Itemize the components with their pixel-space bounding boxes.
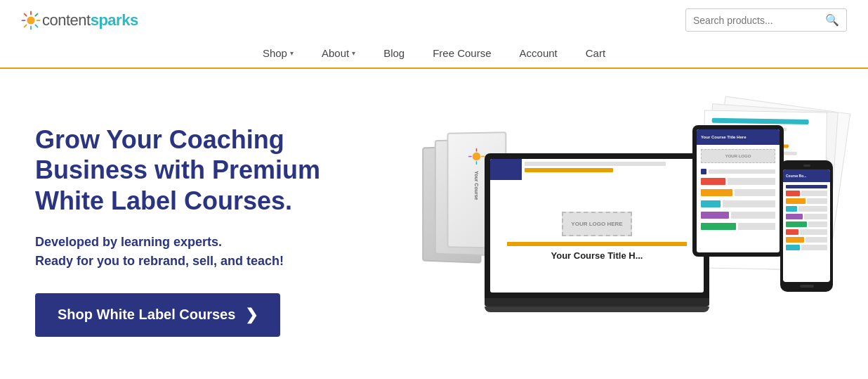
logo-text: contentsparks	[42, 11, 138, 30]
phone-screen: Course Bo...	[783, 169, 830, 282]
nav-account[interactable]: Account	[520, 47, 558, 59]
tablet-outer: Your Course Title Here YOUR LOGO	[692, 125, 784, 257]
nav-cart-label: Cart	[586, 47, 605, 59]
logo[interactable]: contentsparks	[21, 11, 138, 30]
nav-cart[interactable]: Cart	[586, 47, 605, 59]
nav-blog-label: Blog	[383, 47, 405, 59]
hero-image-area: Your Course YOUR LOGO HERE	[400, 97, 847, 364]
tablet-screen: Your Course Title Here YOUR LOGO	[697, 129, 780, 252]
header: contentsparks 🔍	[0, 0, 868, 40]
svg-line-8	[25, 25, 27, 27]
cta-arrow-icon: ❯	[245, 306, 258, 324]
nav-about-label: About	[322, 47, 349, 59]
hero-section: Grow Your Coaching Business with Premium…	[0, 69, 868, 378]
cta-label: Shop White Label Courses	[58, 307, 235, 323]
tablet-body: YOUR LOGO	[697, 145, 780, 252]
nav-shop-label: Shop	[263, 47, 287, 59]
svg-line-6	[35, 25, 37, 27]
nav-free-course[interactable]: Free Course	[433, 47, 491, 59]
tablet-mockup: Your Course Title Here YOUR LOGO	[692, 125, 784, 257]
laptop-screen-outer: YOUR LOGO HERE Your Course Title H...	[485, 153, 709, 298]
laptop-base	[485, 298, 709, 307]
nav-shop[interactable]: Shop ▾	[263, 47, 294, 59]
phone-mockup: Course Bo...	[780, 160, 833, 292]
nav-about[interactable]: About ▾	[322, 47, 355, 59]
laptop-screen: YOUR LOGO HERE Your Course Title H...	[490, 159, 704, 293]
screen-accent-bar	[507, 242, 687, 246]
main-nav: Shop ▾ About ▾ Blog Free Course Account …	[0, 40, 868, 69]
search-input[interactable]	[693, 15, 825, 26]
search-icon[interactable]: 🔍	[825, 13, 839, 27]
hero-content: Grow Your Coaching Business with Premium…	[35, 124, 400, 337]
nav-account-label: Account	[520, 47, 558, 59]
svg-line-7	[35, 13, 37, 15]
laptop-sidebar	[490, 159, 522, 180]
screen-title-text: Your Course Title H...	[551, 250, 643, 261]
nav-shop-arrow: ▾	[290, 49, 294, 57]
svg-point-9	[473, 153, 481, 161]
hero-subtitle-line2: Ready for you to rebrand, sell, and teac…	[35, 254, 284, 268]
nav-about-arrow: ▾	[352, 49, 355, 57]
svg-point-0	[27, 16, 34, 24]
nav-free-course-label: Free Course	[433, 47, 491, 59]
hero-subtitle: Developed by learning experts. Ready for…	[35, 233, 386, 271]
svg-line-5	[25, 13, 27, 15]
phone-outer: Course Bo...	[780, 160, 833, 292]
search-box[interactable]: 🔍	[685, 8, 847, 32]
laptop-screen-header	[490, 159, 704, 180]
laptop-mockup: YOUR LOGO HERE Your Course Title H...	[485, 153, 709, 312]
shop-cta-button[interactable]: Shop White Label Courses ❯	[35, 293, 280, 337]
phone-body	[783, 182, 830, 282]
hero-subtitle-line1: Developed by learning experts.	[35, 235, 222, 249]
nav-blog[interactable]: Blog	[383, 47, 405, 59]
screen-logo-placeholder: YOUR LOGO HERE	[562, 212, 632, 236]
laptop-screen-main: YOUR LOGO HERE Your Course Title H...	[490, 180, 704, 293]
phone-screen-header: Course Bo...	[783, 169, 830, 182]
tablet-logo-placeholder: YOUR LOGO	[701, 149, 775, 163]
hero-title: Grow Your Coaching Business with Premium…	[35, 124, 386, 216]
laptop-stand	[485, 307, 709, 312]
logo-sun-icon	[21, 11, 41, 30]
tablet-screen-top: Your Course Title Here	[697, 129, 780, 145]
binder-logo-icon	[468, 148, 485, 165]
